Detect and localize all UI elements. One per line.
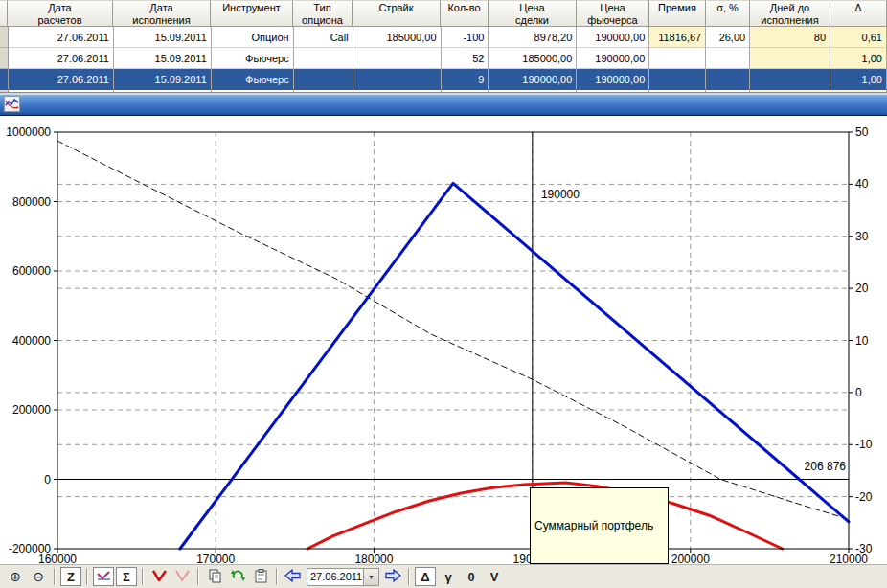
column-header[interactable]: Δ: [830, 0, 887, 27]
zoom-out-button[interactable]: ⊖: [28, 567, 49, 586]
column-header[interactable]: σ, %: [706, 0, 750, 27]
table-cell[interactable]: 26,00: [706, 27, 750, 48]
chart-panel-icon: [4, 96, 20, 112]
x-tick-label: 160000: [38, 553, 77, 564]
table-cell[interactable]: [294, 48, 353, 69]
delta-button[interactable]: Δ: [415, 567, 436, 586]
paste-button[interactable]: [250, 567, 271, 586]
y-left-tick-label: 0: [44, 473, 51, 486]
table-cell[interactable]: [706, 69, 750, 90]
copy-button[interactable]: [204, 567, 225, 586]
chevron-down-icon[interactable]: ▼: [363, 569, 378, 585]
table-cell[interactable]: 27.06.2011: [9, 69, 114, 90]
table-cell[interactable]: Фьючерс: [212, 69, 294, 90]
z-button[interactable]: Z: [60, 567, 81, 586]
table-cell[interactable]: 1,00: [830, 48, 887, 69]
refresh-button[interactable]: [227, 567, 248, 586]
table-cell[interactable]: 9: [442, 69, 489, 90]
y-right-tick-label: 40: [855, 177, 869, 191]
table-cell[interactable]: 185000,00: [489, 48, 577, 69]
refresh-icon: [231, 569, 245, 584]
column-header[interactable]: Датарасчетов: [8, 0, 113, 27]
table-cell[interactable]: [649, 69, 706, 90]
y-right-tick-label: 20: [855, 282, 869, 295]
clipboard-icon: [255, 569, 267, 585]
sum-button[interactable]: Σ: [116, 567, 137, 586]
table-cell[interactable]: -100: [442, 27, 489, 48]
y-left-tick-label: 200000: [12, 403, 51, 417]
separator: [197, 568, 199, 585]
theta-button[interactable]: θ: [461, 567, 482, 586]
zoom-in-button[interactable]: ⊕: [5, 567, 26, 586]
table-cell[interactable]: 52: [442, 48, 489, 69]
y-left-tick-label: 400000: [12, 334, 51, 348]
table-cell[interactable]: 0,61: [830, 27, 887, 48]
table-row[interactable]: 27.06.201115.09.2011Фьючерс52185000,0019…: [0, 48, 887, 69]
table-cell[interactable]: 1,00: [830, 69, 887, 90]
table-cell[interactable]: 80: [750, 27, 830, 48]
chart-plot[interactable]: 10000008000006000004000002000000-2000005…: [0, 116, 887, 564]
light-check-icon: [175, 570, 190, 583]
check-light-button[interactable]: [171, 567, 193, 586]
table-cell[interactable]: Опцион: [212, 27, 294, 48]
row-indicator[interactable]: [0, 27, 9, 48]
table-cell[interactable]: 185000,00: [353, 27, 442, 48]
vega-button[interactable]: V: [484, 567, 505, 586]
y-right-tick-label: -10: [855, 438, 873, 451]
table-cell[interactable]: Фьючерс: [212, 48, 294, 69]
table-cell[interactable]: [706, 48, 750, 69]
table-cell[interactable]: 15.09.2011: [114, 27, 212, 48]
chart-mode-button[interactable]: [93, 567, 114, 586]
table-cell[interactable]: [750, 69, 830, 90]
y-left-tick-label: 600000: [12, 264, 51, 278]
table-cell[interactable]: Call: [294, 27, 353, 48]
column-header[interactable]: Типопциона: [293, 0, 353, 27]
positions-table: ДатарасчетовДатаисполненияИнструментТипо…: [0, 0, 887, 93]
y-right-tick-label: 50: [855, 125, 869, 139]
table-row[interactable]: 27.06.201115.09.2011ОпционCall185000,00-…: [0, 27, 887, 48]
x-tick-label: 200000: [671, 553, 710, 564]
gamma-button[interactable]: γ: [438, 567, 459, 586]
table-cell[interactable]: [353, 48, 442, 69]
table-cell[interactable]: 27.06.2011: [9, 48, 114, 69]
table-cell[interactable]: 190000,00: [577, 69, 649, 90]
tooltip-futures: Фьючерс 190017.19: [534, 564, 664, 565]
table-cell[interactable]: 190000,00: [577, 27, 649, 48]
column-header[interactable]: Страйк: [353, 0, 441, 27]
column-header[interactable]: Кол-во: [441, 0, 489, 27]
column-header[interactable]: Ценасделки: [489, 0, 577, 27]
table-cell[interactable]: [750, 48, 830, 69]
column-header[interactable]: Ценафьючерса: [577, 0, 649, 27]
column-header[interactable]: Датаисполнения: [113, 0, 211, 27]
table-cell[interactable]: 15.09.2011: [114, 48, 212, 69]
table-cell[interactable]: 8978,20: [489, 27, 577, 48]
next-date-button[interactable]: [382, 567, 403, 586]
separator: [276, 568, 278, 585]
separator: [86, 568, 88, 585]
payoff-chart[interactable]: 10000008000006000004000002000000-2000005…: [0, 116, 887, 564]
column-header[interactable]: Инструмент: [211, 0, 293, 27]
separator: [142, 568, 144, 585]
prev-date-button[interactable]: [283, 567, 304, 586]
chart-caption-bar: [0, 93, 887, 116]
table-cell[interactable]: 190000,00: [489, 69, 577, 90]
row-indicator-header[interactable]: [0, 0, 8, 27]
table-cell[interactable]: 15.09.2011: [114, 69, 212, 90]
row-indicator[interactable]: [0, 48, 9, 69]
table-cell[interactable]: 190000,00: [577, 48, 649, 69]
table-cell[interactable]: [353, 69, 442, 90]
row-indicator[interactable]: [0, 69, 9, 90]
blue-line: [180, 183, 849, 549]
column-header[interactable]: Премия: [649, 0, 706, 27]
table-cell[interactable]: [294, 69, 353, 90]
option-portfolio-window: ДатарасчетовДатаисполненияИнструментТипо…: [0, 0, 887, 588]
table-cell[interactable]: [649, 48, 706, 69]
table-cell[interactable]: 11816,67: [649, 27, 706, 48]
check-red-button[interactable]: [148, 567, 170, 586]
table-row[interactable]: 27.06.201115.09.2011Фьючерс9190000,00190…: [0, 69, 887, 90]
date-select[interactable]: 27.06.2011 ▼: [307, 568, 379, 586]
column-header[interactable]: Дней доисполнения: [750, 0, 830, 27]
table-cell[interactable]: 27.06.2011: [9, 27, 114, 48]
y-left-tick-label: 1000000: [6, 125, 51, 139]
y-left-tick-label: 800000: [12, 195, 51, 209]
